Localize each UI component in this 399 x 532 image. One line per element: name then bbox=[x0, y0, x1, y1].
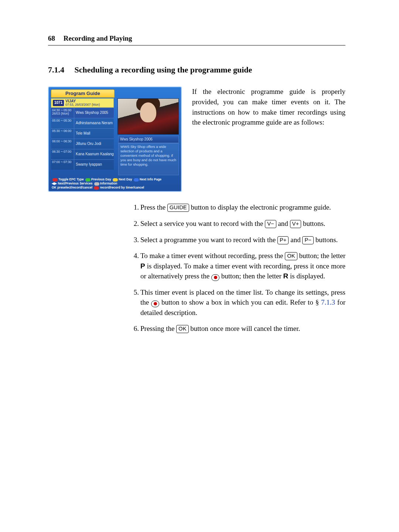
ok-key: OK bbox=[176, 325, 188, 333]
step-1: Press the GUIDE button to display the el… bbox=[140, 202, 345, 213]
guide-key: GUIDE bbox=[167, 204, 189, 212]
epg-legend: Toggle EPC Type Previous Day Next Day Ne… bbox=[52, 177, 178, 190]
crossref-link[interactable]: 7.1.3 bbox=[321, 298, 335, 306]
instruction-list: Press the GUIDE button to display the el… bbox=[48, 202, 345, 333]
section-number: 7.1.4 bbox=[48, 65, 64, 74]
epg-row: 04:30 ~ 05:00 26/03 (Mon) Wws Skyshop 20… bbox=[51, 108, 114, 118]
step-3: Select a programme you want to record wi… bbox=[140, 235, 345, 245]
letter-r: R bbox=[283, 272, 289, 280]
chapter-title: Recording and Playing bbox=[64, 34, 132, 42]
intro-paragraph: If the electronic programme guide is pro… bbox=[192, 87, 345, 127]
epg-programme-list: 04:30 ~ 05:00 26/03 (Mon) Wws Skyshop 20… bbox=[51, 108, 114, 170]
step-6: Pressing the OK button once more will ca… bbox=[140, 323, 345, 334]
v-minus-key: V− bbox=[265, 220, 276, 228]
record-button-icon bbox=[211, 274, 219, 281]
page-number: 68 bbox=[48, 34, 55, 42]
epg-channel-number: 1071 bbox=[53, 100, 64, 106]
epg-preview-image bbox=[117, 98, 179, 135]
epg-preview-caption: Wws Skyshop 2006 bbox=[118, 136, 179, 143]
step-2: Select a service you want to record with… bbox=[140, 218, 345, 229]
epg-channel-datetime: 07:53, 26/03/2007 (Mon) bbox=[65, 103, 100, 106]
p-plus-key: P+ bbox=[277, 236, 289, 244]
epg-row: 05:00 ~ 05:30 Adhirstamaana Neram bbox=[51, 118, 114, 128]
epg-row: 06:30 ~ 07:00 Kana Kaanum Kaalangal bbox=[51, 149, 114, 159]
section-heading: 7.1.4 Scheduling a recording using the p… bbox=[48, 64, 345, 76]
record-button-icon bbox=[151, 301, 159, 307]
letter-p: P bbox=[140, 262, 145, 270]
running-header: 68 Recording and Playing bbox=[48, 33, 345, 45]
epg-preview-description: WWS Sky Shop offers a wide selection of … bbox=[118, 143, 179, 175]
p-minus-key: P− bbox=[302, 236, 314, 244]
epg-row: 05:30 ~ 06:00 Tele Mall bbox=[51, 128, 114, 139]
epg-title: Program Guide bbox=[51, 89, 115, 98]
epg-row: 06:00 ~ 06:30 Jillunu Oru Jodi bbox=[51, 139, 114, 149]
epg-channel-row: 1071 VIJAY 07:53, 26/03/2007 (Mon) bbox=[51, 98, 114, 108]
step-5: This timer event is placed on the timer … bbox=[140, 287, 345, 318]
ok-key: OK bbox=[285, 252, 297, 260]
v-plus-key: V+ bbox=[290, 220, 301, 228]
section-title: Scheduling a recording using the program… bbox=[75, 65, 252, 74]
epg-row: 07:00 ~ 07:30 Swamy Iyappan bbox=[51, 159, 114, 170]
epg-screenshot: Program Guide 1071 VIJAY 07:53, 26/03/20… bbox=[48, 87, 182, 192]
step-4: To make a timer event without recording,… bbox=[140, 251, 345, 281]
